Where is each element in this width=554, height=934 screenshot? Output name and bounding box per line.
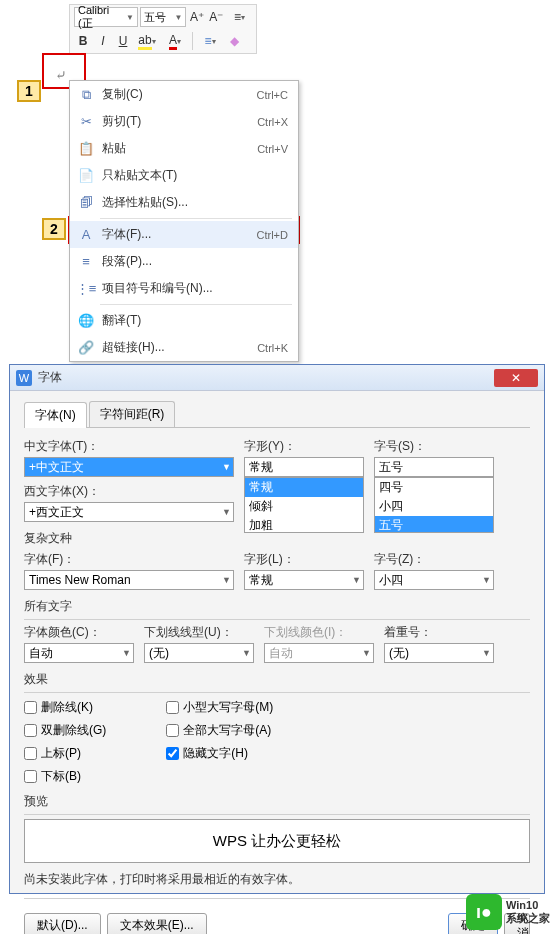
double-strike-check[interactable]: 双删除线(G) (24, 722, 106, 739)
dialog-titlebar: W 字体 ✕ (10, 365, 544, 391)
strike-check[interactable]: 删除线(K) (24, 699, 106, 716)
app-icon: W (16, 370, 32, 386)
underline-style-combo[interactable]: (无)▼ (144, 643, 254, 663)
complex-font-label: 字体(F)： (24, 551, 234, 568)
copy-icon: ⧉ (76, 87, 96, 103)
underline-color-combo[interactable]: 自动▼ (264, 643, 374, 663)
hidden-text-check[interactable]: 隐藏文字(H) (166, 745, 273, 762)
small-caps-check[interactable]: 小型大写字母(M) (166, 699, 273, 716)
menu-paste-text[interactable]: 📄 只粘贴文本(T) (70, 162, 298, 189)
en-font-combo[interactable]: +西文正文▼ (24, 502, 234, 522)
watermark: ı● Win10 系统之家 (466, 894, 550, 930)
preview-box: WPS 让办公更轻松 (24, 819, 530, 863)
tab-font[interactable]: 字体(N) (24, 402, 87, 428)
dialog-title: 字体 (38, 369, 494, 386)
font-size-combo[interactable]: 五号▼ (140, 7, 187, 27)
cn-size-combo[interactable]: 五号 (374, 457, 494, 477)
paste-special-icon: 🗐 (76, 195, 96, 210)
watermark-icon: ı● (466, 894, 502, 930)
menu-copy[interactable]: ⧉ 复制(C) Ctrl+C (70, 81, 298, 108)
font-icon: A (76, 227, 96, 242)
underline-button[interactable]: U (114, 31, 132, 51)
complex-font-combo[interactable]: Times New Roman▼ (24, 570, 234, 590)
menu-hyperlink[interactable]: 🔗 超链接(H)... Ctrl+K (70, 334, 298, 361)
cn-font-combo[interactable]: +中文正文▼ (24, 457, 234, 477)
superscript-check[interactable]: 上标(P) (24, 745, 106, 762)
hyperlink-icon: 🔗 (76, 340, 96, 355)
menu-font[interactable]: A 字体(F)... Ctrl+D (70, 221, 298, 248)
effects-title: 效果 (24, 671, 530, 688)
cn-size-list[interactable]: 四号 小四 五号 (374, 477, 494, 533)
emphasis-label: 着重号： (384, 624, 494, 641)
font-color-combo[interactable]: 自动▼ (24, 643, 134, 663)
complex-size-label: 字号(Z)： (374, 551, 494, 568)
menu-translate[interactable]: 🌐 翻译(T) (70, 307, 298, 334)
floating-toolbar: Calibri (正▼ 五号▼ A⁺ A⁻ ≡▾ B I U ab▾ A▾ ≡▾… (69, 4, 257, 54)
default-button[interactable]: 默认(D)... (24, 913, 101, 934)
font-note: 尚未安装此字体，打印时将采用最相近的有效字体。 (24, 871, 530, 888)
menu-paragraph[interactable]: ≡ 段落(P)... (70, 248, 298, 275)
complex-style-label: 字形(L)： (244, 551, 364, 568)
paste-text-icon: 📄 (76, 168, 96, 183)
menu-cut[interactable]: ✂ 剪切(T) Ctrl+X (70, 108, 298, 135)
tab-spacing[interactable]: 字符间距(R) (89, 401, 176, 427)
watermark-brand: Win10 (506, 899, 550, 912)
highlight-button[interactable]: ab▾ (134, 31, 160, 51)
menu-paste[interactable]: 📋 粘贴 Ctrl+V (70, 135, 298, 162)
step-marker-1: 1 (17, 80, 41, 102)
cn-style-combo[interactable]: 常规 (244, 457, 364, 477)
font-dialog: W 字体 ✕ 字体(N) 字符间距(R) 中文字体(T)： +中文正文▼ 字形(… (9, 364, 545, 894)
increase-font-button[interactable]: A⁺ (188, 7, 205, 27)
subscript-check[interactable]: 下标(B) (24, 768, 106, 785)
font-family-combo[interactable]: Calibri (正▼ (74, 7, 138, 27)
font-color-label: 字体颜色(C)： (24, 624, 134, 641)
paragraph-icon: ≡ (76, 254, 96, 269)
preview-title: 预览 (24, 793, 530, 810)
menu-bullets[interactable]: ⋮≡ 项目符号和编号(N)... (70, 275, 298, 302)
cn-style-label: 字形(Y)： (244, 438, 364, 455)
italic-button[interactable]: I (94, 31, 112, 51)
step-marker-2: 2 (42, 218, 66, 240)
all-text-title: 所有文字 (24, 598, 530, 615)
paste-icon: 📋 (76, 141, 96, 156)
eraser-button[interactable]: ◆ (225, 31, 243, 51)
font-color-button[interactable]: A▾ (162, 31, 188, 51)
text-effect-button[interactable]: 文本效果(E)... (107, 913, 207, 934)
complex-size-combo[interactable]: 小四▼ (374, 570, 494, 590)
cn-style-list[interactable]: 常规 倾斜 加粗 (244, 477, 364, 533)
close-button[interactable]: ✕ (494, 369, 538, 387)
menu-paste-special[interactable]: 🗐 选择性粘贴(S)... (70, 189, 298, 216)
cn-font-label: 中文字体(T)： (24, 438, 234, 455)
translate-icon: 🌐 (76, 313, 96, 328)
underline-color-label: 下划线颜色(I)： (264, 624, 374, 641)
cut-icon: ✂ (76, 114, 96, 129)
cursor-indicator: ⤶ (55, 67, 67, 83)
complex-style-combo[interactable]: 常规▼ (244, 570, 364, 590)
decrease-font-button[interactable]: A⁻ (208, 7, 225, 27)
emphasis-combo[interactable]: (无)▼ (384, 643, 494, 663)
context-menu: ⧉ 复制(C) Ctrl+C ✂ 剪切(T) Ctrl+X 📋 粘贴 Ctrl+… (69, 80, 299, 362)
underline-style-label: 下划线线型(U)： (144, 624, 254, 641)
en-font-label: 西文字体(X)： (24, 483, 234, 500)
align-button[interactable]: ≡▾ (197, 31, 223, 51)
watermark-sub: 系统之家 (506, 912, 550, 925)
cn-size-label: 字号(S)： (374, 438, 494, 455)
bullets-icon: ⋮≡ (76, 281, 96, 296)
line-spacing-button[interactable]: ≡▾ (227, 7, 252, 27)
bold-button[interactable]: B (74, 31, 92, 51)
all-caps-check[interactable]: 全部大写字母(A) (166, 722, 273, 739)
